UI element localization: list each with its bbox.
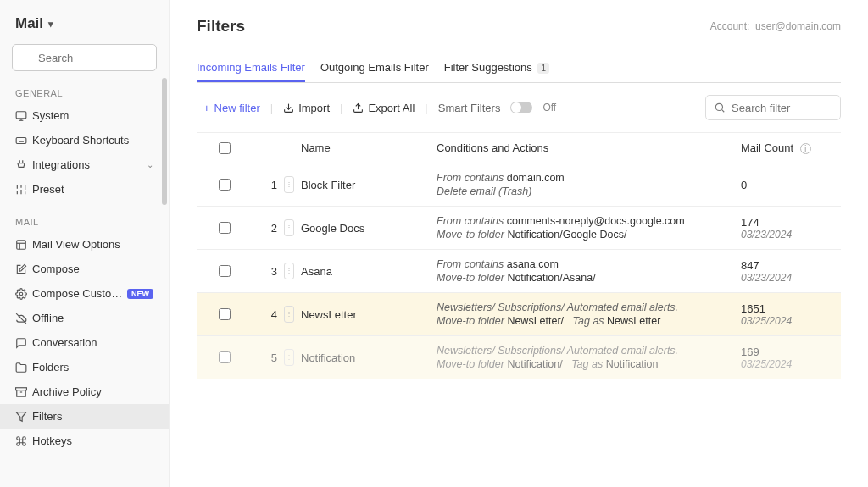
search-icon [714, 102, 726, 113]
drag-handle-icon[interactable]: ⋮ [284, 349, 294, 366]
new-filter-button[interactable]: + New filter [203, 102, 260, 114]
sidebar-item-label: Compose Customi... [32, 287, 124, 300]
mail-count-date: 03/25/2024 [741, 358, 834, 370]
account-info: Account: user@domain.com [710, 20, 841, 32]
sidebar-item-filters[interactable]: Filters [0, 404, 169, 429]
smart-filters-toggle[interactable] [510, 102, 532, 113]
monitor-icon [15, 110, 32, 122]
tab-outgoing[interactable]: Outgoing Emails Filter [320, 54, 429, 82]
import-button[interactable]: Import [283, 102, 330, 114]
svg-rect-2 [16, 111, 26, 118]
tab-label: Filter Suggestions [444, 61, 532, 74]
cond-prefix: From contains [437, 215, 504, 227]
row-checkbox[interactable] [219, 265, 231, 277]
header-name: Name [301, 141, 437, 154]
scrollbar[interactable] [162, 78, 167, 205]
chevron-down-icon: ⌄ [147, 160, 153, 169]
cond-text: Newsletters/ Subscriptions/ Automated em… [437, 302, 741, 313]
settings-icon [15, 288, 32, 300]
info-icon[interactable]: i [800, 143, 811, 154]
search-filter-input[interactable] [705, 95, 841, 120]
header-mail-count: Mail Count i [741, 141, 834, 154]
cond-prefix: Move-to folder [437, 272, 504, 284]
header-conditions: Conditions and Actions [437, 141, 741, 154]
folder-icon [15, 362, 32, 374]
sidebar-item-label: Conversation [32, 336, 153, 349]
tab-suggestions[interactable]: Filter Suggestions 1 [444, 54, 549, 82]
search-filter [705, 95, 841, 120]
drag-handle-icon[interactable]: ⋮ [284, 176, 294, 193]
sidebar-title[interactable]: Mail ▾ [0, 10, 169, 44]
button-label: New filter [214, 102, 260, 114]
toolbar: + New filter | Import | Export All | Sma… [197, 95, 841, 120]
plug-icon [15, 159, 32, 171]
edit-icon [15, 263, 32, 275]
select-all-checkbox[interactable] [219, 142, 231, 154]
sidebar-item-keyboard-shortcuts[interactable]: Keyboard Shortcuts [0, 128, 169, 152]
tag-prefix: Tag as [573, 315, 604, 327]
chat-icon [15, 337, 32, 349]
table-row[interactable]: 1 ⋮ Block Filter From contains domain.co… [197, 163, 841, 207]
cond-value: NewsLetter/ [507, 315, 564, 327]
mail-count: 174 [741, 216, 834, 229]
sidebar-item-hotkeys[interactable]: Hotkeys [0, 429, 169, 453]
row-number: 3 [246, 265, 284, 278]
mail-count: 0 [741, 179, 834, 191]
filter-name: Block Filter [301, 179, 437, 191]
sidebar-item-integrations[interactable]: Integrations ⌄ [0, 152, 169, 177]
page-title: Filters [197, 17, 245, 36]
new-badge: NEW [127, 289, 153, 299]
sidebar-search-input[interactable] [12, 44, 157, 71]
sidebar-item-label: Folders [32, 361, 153, 374]
sidebar-item-label: Archive Policy [32, 385, 153, 398]
mail-count-date: 03/23/2024 [741, 272, 834, 284]
drag-handle-icon[interactable]: ⋮ [284, 263, 294, 279]
section-label-mail: MAIL [0, 212, 169, 232]
svg-rect-17 [16, 387, 27, 390]
sidebar-item-offline[interactable]: Offline [0, 306, 169, 330]
export-all-button[interactable]: Export All [353, 102, 415, 114]
sidebar-item-mail-view-options[interactable]: Mail View Options [0, 232, 169, 257]
sidebar-item-compose-customize[interactable]: Compose Customi... NEW [0, 281, 169, 306]
cond-prefix: Move-to folder [437, 315, 504, 327]
cond-prefix: From contains [437, 172, 504, 184]
table-header: Name Conditions and Actions Mail Count i [197, 132, 841, 163]
row-checkbox[interactable] [219, 308, 231, 320]
mail-count: 847 [741, 259, 834, 272]
sidebar-item-archive-policy[interactable]: Archive Policy [0, 379, 169, 404]
row-number: 5 [246, 351, 284, 364]
table-row[interactable]: 5 ⋮ Notification Newsletters/ Subscripti… [197, 336, 841, 379]
table-row[interactable]: 2 ⋮ Google Docs From contains comments-n… [197, 207, 841, 250]
account-value: user@domain.com [755, 20, 841, 32]
smart-filters-label: Smart Filters [438, 102, 501, 114]
tab-incoming[interactable]: Incoming Emails Filter [197, 54, 305, 82]
filter-name: Notification [301, 351, 437, 364]
sidebar-item-system[interactable]: System [0, 103, 169, 128]
smart-filters-state: Off [542, 102, 556, 113]
sidebar-item-label: Compose [32, 263, 153, 275]
row-checkbox[interactable] [219, 179, 231, 191]
sidebar-item-preset[interactable]: Preset [0, 177, 169, 202]
filters-table: Name Conditions and Actions Mail Count i… [197, 132, 841, 379]
sidebar-item-label: Hotkeys [32, 434, 153, 447]
cond-prefix: Move-to folder [437, 229, 504, 241]
sliders-icon [15, 184, 32, 196]
table-row[interactable]: 3 ⋮ Asana From contains asana.com Move-t… [197, 250, 841, 293]
sidebar-item-label: Mail View Options [32, 238, 153, 251]
sidebar-item-label: System [32, 109, 153, 122]
sidebar-item-conversation[interactable]: Conversation [0, 330, 169, 355]
cond-text: Newsletters/ Subscriptions/ Automated em… [437, 345, 741, 357]
sidebar-item-compose[interactable]: Compose [0, 257, 169, 281]
sidebar-item-folders[interactable]: Folders [0, 355, 169, 379]
row-checkbox[interactable] [219, 222, 231, 234]
cond-value: domain.com [507, 172, 565, 184]
cond-value: Notification/ [507, 358, 562, 370]
drag-handle-icon[interactable]: ⋮ [284, 306, 294, 323]
sidebar-item-label: Offline [32, 312, 153, 324]
drag-handle-icon[interactable]: ⋮ [284, 219, 294, 236]
table-row[interactable]: 4 ⋮ NewsLetter Newsletters/ Subscription… [197, 293, 841, 336]
chevron-down-icon: ▾ [48, 19, 53, 30]
row-checkbox[interactable] [219, 351, 231, 363]
svg-line-23 [722, 110, 725, 113]
separator: | [270, 102, 273, 114]
